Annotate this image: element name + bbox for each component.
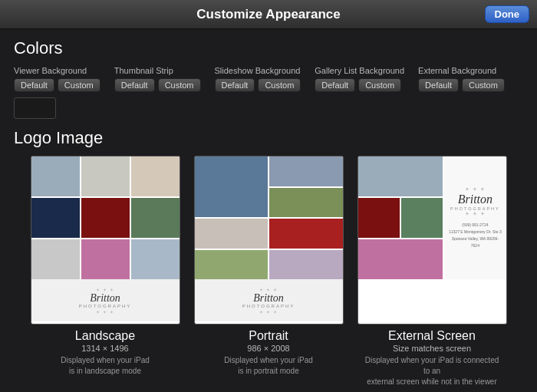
slideshow-background-label: Slideshow Background bbox=[215, 66, 301, 75]
viewer-background-default-btn[interactable]: Default bbox=[14, 78, 54, 92]
app-header: Customize Appearance Done bbox=[0, 0, 537, 29]
portrait-logo-script: Britton bbox=[253, 293, 284, 304]
gallery-list-background-default-btn[interactable]: Default bbox=[315, 78, 355, 92]
portrait-cell-6 bbox=[195, 250, 268, 280]
viewer-background-item: Viewer Background Default Custom bbox=[14, 66, 100, 119]
gallery-list-background-label: Gallery List Background bbox=[315, 66, 404, 75]
logo-section-title: Logo Image bbox=[14, 128, 523, 148]
external-background-buttons: Default Custom bbox=[418, 78, 505, 92]
photo-cell-1 bbox=[31, 156, 80, 196]
portrait-cell-4 bbox=[195, 219, 268, 249]
portrait-cell-3 bbox=[269, 188, 343, 218]
ext-cell-2a bbox=[358, 198, 400, 238]
landscape-card-name: Landscape bbox=[75, 329, 135, 343]
ext-ornament-bottom: ✦ ✦ ✦ bbox=[465, 211, 486, 217]
photo-cell-8 bbox=[81, 239, 130, 279]
viewer-background-buttons: Default Custom bbox=[14, 78, 100, 92]
photo-cell-3 bbox=[131, 156, 180, 196]
landscape-card-image: ✦ ✦ ✦ Britton PHOTOGRAPHY ✦ ✦ ✦ bbox=[31, 156, 180, 324]
portrait-logo-sub: PHOTOGRAPHY bbox=[242, 304, 295, 308]
external-background-custom-btn[interactable]: Custom bbox=[462, 78, 505, 92]
slideshow-background-item: Slideshow Background Default Custom bbox=[215, 66, 301, 95]
photo-cell-7 bbox=[31, 239, 80, 279]
thumbnail-strip-custom-btn[interactable]: Custom bbox=[158, 78, 201, 92]
photo-cell-9 bbox=[131, 239, 180, 279]
colors-section-title: Colors bbox=[14, 38, 523, 58]
external-screen-card-image: ✦ ✦ ✦ Britton PHOTOGRAPHY ✦ ✦ ✦ (509) 99… bbox=[357, 156, 507, 324]
slideshow-background-custom-btn[interactable]: Custom bbox=[258, 78, 301, 92]
external-screen-card-name: External Screen bbox=[388, 329, 476, 343]
landscape-card[interactable]: ✦ ✦ ✦ Britton PHOTOGRAPHY ✦ ✦ ✦ Landscap… bbox=[31, 156, 180, 387]
main-content: Colors Viewer Background Default Custom … bbox=[0, 29, 537, 392]
landscape-logo-sub: PHOTOGRAPHY bbox=[79, 304, 132, 308]
ext-ornament-top: ✦ ✦ ✦ bbox=[465, 186, 486, 193]
viewer-background-swatch[interactable] bbox=[14, 97, 56, 119]
landscape-logo-area: ✦ ✦ ✦ Britton PHOTOGRAPHY ✦ ✦ ✦ bbox=[31, 279, 180, 321]
colors-row: Viewer Background Default Custom Thumbna… bbox=[14, 66, 523, 119]
ornament-bottom: ✦ ✦ ✦ bbox=[96, 309, 114, 315]
gallery-list-background-item: Gallery List Background Default Custom bbox=[315, 66, 404, 95]
photo-cell-6 bbox=[131, 198, 180, 238]
external-screen-card[interactable]: ✦ ✦ ✦ Britton PHOTOGRAPHY ✦ ✦ ✦ (509) 99… bbox=[357, 156, 507, 387]
thumbnail-strip-buttons: Default Custom bbox=[114, 78, 201, 92]
ext-cell-2b bbox=[401, 198, 443, 238]
landscape-logo-script: Britton bbox=[90, 293, 120, 304]
portrait-card-desc: Displayed when your iPadis in portrait m… bbox=[224, 355, 313, 377]
portrait-cell-7 bbox=[269, 250, 343, 280]
photo-cell-4 bbox=[31, 198, 80, 238]
logo-cards-container: ✦ ✦ ✦ Britton PHOTOGRAPHY ✦ ✦ ✦ Landscap… bbox=[14, 156, 523, 387]
ornament-top: ✦ ✦ ✦ bbox=[96, 287, 114, 292]
landscape-card-size: 1314 × 1496 bbox=[81, 344, 128, 353]
external-background-item: External Background Default Custom bbox=[418, 66, 505, 95]
external-background-default-btn[interactable]: Default bbox=[418, 78, 459, 92]
thumbnail-strip-default-btn[interactable]: Default bbox=[114, 78, 155, 92]
done-button[interactable]: Done bbox=[485, 5, 530, 23]
portrait-ornament-bottom: ✦ ✦ ✦ bbox=[259, 309, 277, 315]
portrait-photo-grid bbox=[195, 156, 343, 279]
portrait-ornament-top: ✦ ✦ ✦ bbox=[259, 287, 277, 292]
gallery-list-background-buttons: Default Custom bbox=[315, 78, 401, 92]
ext-cell-3 bbox=[358, 239, 443, 279]
portrait-logo-area: ✦ ✦ ✦ Britton PHOTOGRAPHY ✦ ✦ ✦ bbox=[195, 279, 343, 321]
portrait-cell-5 bbox=[269, 219, 343, 249]
slideshow-background-default-btn[interactable]: Default bbox=[215, 78, 255, 92]
thumbnail-strip-item: Thumbnail Strip Default Custom bbox=[114, 66, 201, 95]
header-title: Customize Appearance bbox=[196, 7, 340, 22]
external-screen-card-size: Size matches screen bbox=[393, 344, 471, 353]
portrait-cell-1 bbox=[195, 156, 268, 217]
ext-cell-1 bbox=[358, 156, 443, 196]
viewer-background-label: Viewer Background bbox=[14, 66, 87, 75]
ext-row-2 bbox=[358, 198, 443, 238]
slideshow-background-buttons: Default Custom bbox=[215, 78, 301, 92]
ext-contact-info: (509) 991-2724 11327 E Montgomery Dr. St… bbox=[448, 222, 502, 249]
external-right-col: ✦ ✦ ✦ Britton PHOTOGRAPHY ✦ ✦ ✦ (509) 99… bbox=[444, 156, 506, 279]
thumbnail-strip-label: Thumbnail Strip bbox=[114, 66, 173, 75]
portrait-card-size: 986 × 2008 bbox=[247, 344, 289, 353]
external-background-label: External Background bbox=[418, 66, 496, 75]
portrait-card-image: ✦ ✦ ✦ Britton PHOTOGRAPHY ✦ ✦ ✦ bbox=[194, 156, 344, 324]
photo-cell-5 bbox=[81, 198, 130, 238]
gallery-list-background-custom-btn[interactable]: Custom bbox=[358, 78, 401, 92]
landscape-card-desc: Displayed when your iPadis in landscape … bbox=[61, 355, 150, 377]
external-layout: ✦ ✦ ✦ Britton PHOTOGRAPHY ✦ ✦ ✦ (509) 99… bbox=[358, 156, 506, 279]
portrait-card-name: Portrait bbox=[249, 329, 288, 343]
viewer-background-custom-btn[interactable]: Custom bbox=[58, 78, 100, 92]
portrait-cell-2 bbox=[269, 156, 343, 186]
portrait-card[interactable]: ✦ ✦ ✦ Britton PHOTOGRAPHY ✦ ✦ ✦ Portrait… bbox=[194, 156, 344, 387]
ext-logo-script: Britton bbox=[458, 193, 493, 206]
landscape-photo-grid bbox=[31, 156, 180, 279]
external-screen-card-desc: Displayed when your iPad is connected to… bbox=[365, 355, 499, 387]
external-left-col bbox=[358, 156, 443, 279]
photo-cell-2 bbox=[81, 156, 130, 196]
